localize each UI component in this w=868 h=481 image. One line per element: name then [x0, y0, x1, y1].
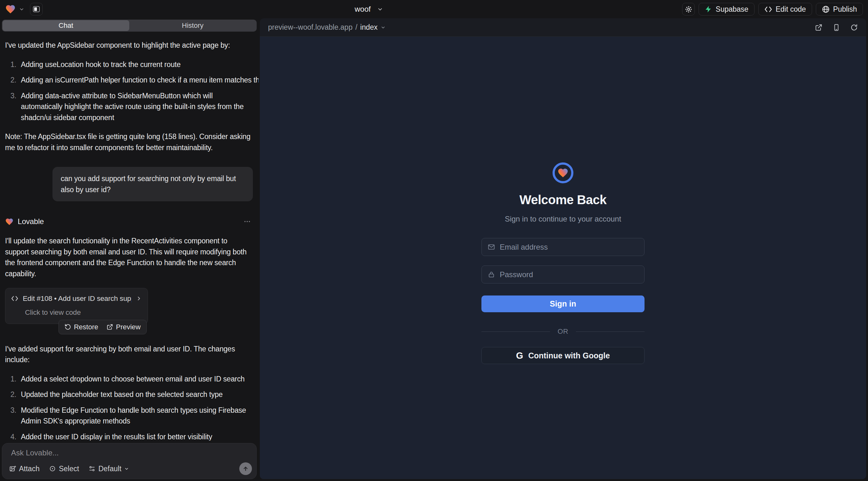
sign-in-button[interactable]: Sign in — [482, 295, 645, 312]
heart-icon — [557, 167, 569, 179]
assistant-list: Added a select dropdown to choose betwee… — [18, 374, 253, 441]
assistant-header: Lovable — [5, 216, 253, 227]
project-title[interactable]: woof — [355, 0, 383, 18]
list-item: Adding an isCurrentPath helper function … — [18, 74, 253, 86]
code-icon — [11, 295, 18, 302]
sign-in-form: Sign in OR G Continue with Google — [482, 238, 645, 364]
edit-code-button[interactable]: Edit code — [758, 3, 812, 15]
assistant-list: Adding useLocation hook to track the cur… — [18, 59, 253, 123]
chat-input[interactable] — [11, 448, 248, 461]
send-button[interactable] — [239, 462, 252, 475]
lovable-logo-icon[interactable] — [5, 4, 16, 14]
project-name: woof — [355, 5, 371, 13]
preview-app: Welcome Back Sign in to continue to your… — [260, 37, 866, 479]
password-field[interactable] — [482, 265, 645, 284]
panel-left-icon — [32, 5, 40, 13]
chevron-right-icon — [136, 295, 142, 301]
or-divider: OR — [482, 327, 645, 335]
list-item: Added the user ID display in the results… — [18, 431, 253, 441]
refresh-button[interactable] — [850, 24, 858, 31]
password-input[interactable] — [500, 270, 638, 279]
list-item: Modified the Edge Function to handle bot… — [18, 405, 253, 427]
external-link-icon — [106, 324, 113, 330]
refresh-icon — [850, 24, 858, 31]
assistant-name: Lovable — [18, 216, 44, 227]
preview-toolbar: preview--woof.lovable.app / index — [260, 18, 866, 36]
attach-button[interactable]: Attach — [9, 464, 39, 473]
chat-panel: Chat History I've updated the AppSidebar… — [0, 18, 258, 481]
version-actions-pill: Restore Preview — [59, 320, 147, 334]
email-field[interactable] — [482, 238, 645, 256]
select-element-button[interactable]: Select — [49, 464, 79, 473]
composer: Attach Select Default — [2, 443, 257, 479]
project-chevron-down-icon — [377, 6, 383, 12]
sliders-icon — [89, 465, 95, 472]
edit-card-subtitle: Click to view code — [25, 307, 142, 318]
preview-host: preview--woof.lovable.app — [268, 23, 352, 32]
chat-mode-selector[interactable]: Default — [89, 464, 129, 473]
email-input[interactable] — [500, 243, 638, 252]
supabase-button[interactable]: Supabase — [699, 3, 754, 15]
app-logo — [553, 162, 574, 183]
google-sign-in-button[interactable]: G Continue with Google — [482, 347, 645, 364]
chevron-down-icon — [124, 467, 129, 471]
assistant-note: Note: The AppSidebar.tsx file is getting… — [5, 131, 253, 153]
more-horizontal-icon — [243, 218, 251, 225]
edit-card-title: Edit #108 • Add user ID search supp... — [23, 293, 131, 304]
edit-version-card[interactable]: Edit #108 • Add user ID search supp... C… — [5, 288, 148, 324]
assistant-paragraph: I've added support for searching by both… — [5, 344, 253, 365]
list-item: Added a select dropdown to choose betwee… — [18, 374, 253, 385]
top-header: woof Supabase Edit code Publish — [0, 0, 868, 18]
preview-button[interactable]: Preview — [106, 323, 141, 331]
external-link-icon — [815, 24, 823, 31]
chevron-down-icon — [380, 25, 385, 30]
publish-button[interactable]: Publish — [816, 3, 863, 15]
sidebar-toggle-button[interactable] — [30, 3, 43, 15]
list-item: Adding data-active attribute to SidebarM… — [18, 90, 253, 123]
arrow-up-icon — [243, 466, 249, 472]
restore-button[interactable]: Restore — [64, 323, 98, 331]
settings-button[interactable] — [682, 3, 695, 15]
chat-history-tabs: Chat History — [2, 20, 257, 32]
restore-icon — [64, 324, 71, 330]
composer-toolbar: Attach Select Default — [9, 462, 252, 475]
user-message-bubble: can you add support for searching not on… — [53, 167, 253, 201]
mail-icon — [488, 243, 495, 251]
mobile-view-button[interactable] — [833, 24, 840, 31]
tab-history[interactable]: History — [129, 20, 256, 31]
list-item: Updated the placeholder text based on th… — [18, 389, 253, 400]
google-g-icon: G — [516, 351, 523, 361]
lovable-heart-icon — [5, 218, 13, 226]
gear-icon — [684, 5, 693, 13]
globe-icon — [822, 5, 830, 13]
page-title: Welcome Back — [519, 193, 607, 207]
attach-image-icon — [9, 465, 16, 472]
divider-line — [482, 331, 550, 332]
brand-chevron-down-icon[interactable] — [19, 7, 24, 12]
auth-card: Welcome Back Sign in to continue to your… — [482, 162, 645, 364]
smartphone-icon — [833, 24, 840, 31]
code-icon — [764, 5, 772, 13]
assistant-paragraph: I've updated the AppSidebar component to… — [5, 40, 253, 51]
chat-messages[interactable]: I've updated the AppSidebar component to… — [0, 33, 258, 441]
more-options-button[interactable] — [243, 218, 251, 225]
lock-icon — [488, 271, 495, 278]
assistant-paragraph: I'll update the search functionality in … — [5, 235, 253, 279]
tab-chat[interactable]: Chat — [3, 20, 129, 31]
page-subtitle: Sign in to continue to your account — [505, 215, 621, 223]
supabase-bolt-icon — [705, 5, 712, 13]
preview-page: index — [360, 23, 378, 32]
select-target-icon — [49, 465, 56, 472]
open-in-new-tab-button[interactable] — [815, 24, 823, 31]
preview-url[interactable]: preview--woof.lovable.app / index — [268, 23, 385, 32]
preview-panel: preview--woof.lovable.app / index Welcom… — [260, 18, 866, 479]
divider-line — [576, 331, 645, 332]
list-item: Adding useLocation hook to track the cur… — [18, 59, 253, 70]
